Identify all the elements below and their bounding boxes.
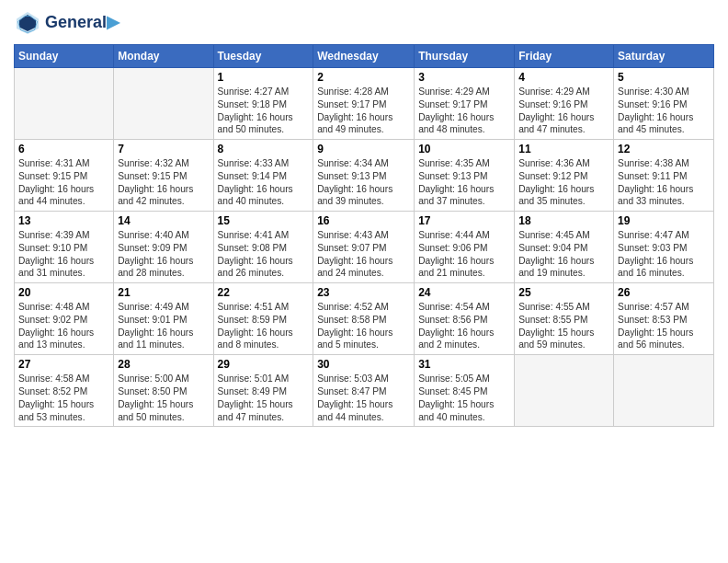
day-number: 12 — [618, 143, 710, 155]
day-cell: 16Sunrise: 4:43 AMSunset: 9:07 PMDayligh… — [313, 212, 415, 283]
day-cell: 19Sunrise: 4:47 AMSunset: 9:03 PMDayligh… — [614, 212, 714, 283]
day-number: 14 — [118, 214, 209, 227]
col-header-monday: Monday — [114, 45, 213, 68]
day-cell: 11Sunrise: 4:36 AMSunset: 9:12 PMDayligh… — [515, 140, 614, 212]
day-cell: 9Sunrise: 4:34 AMSunset: 9:13 PMDaylight… — [313, 140, 415, 212]
day-number: 29 — [218, 358, 310, 371]
day-number: 3 — [418, 71, 510, 84]
day-cell: 20Sunrise: 4:48 AMSunset: 9:02 PMDayligh… — [15, 283, 114, 355]
day-number: 31 — [418, 358, 510, 371]
day-cell: 25Sunrise: 4:55 AMSunset: 8:55 PMDayligh… — [515, 283, 614, 355]
day-cell: 10Sunrise: 4:35 AMSunset: 9:13 PMDayligh… — [415, 140, 515, 212]
logo-line1: General▶ — [45, 13, 119, 33]
day-cell: 14Sunrise: 4:40 AMSunset: 9:09 PMDayligh… — [114, 212, 213, 283]
day-detail: Sunrise: 4:55 AMSunset: 8:55 PMDaylight:… — [518, 301, 609, 351]
day-number: 23 — [317, 286, 410, 299]
week-row-3: 13Sunrise: 4:39 AMSunset: 9:10 PMDayligh… — [15, 212, 714, 283]
day-number: 6 — [18, 143, 109, 155]
day-cell — [15, 68, 114, 140]
day-number: 26 — [618, 286, 710, 299]
day-detail: Sunrise: 4:41 AMSunset: 9:08 PMDaylight:… — [218, 229, 310, 280]
day-cell: 23Sunrise: 4:52 AMSunset: 8:58 PMDayligh… — [313, 283, 415, 355]
day-cell: 21Sunrise: 4:49 AMSunset: 9:01 PMDayligh… — [114, 283, 213, 355]
day-number: 20 — [18, 286, 109, 299]
day-number: 24 — [418, 286, 510, 299]
calendar-header-row: SundayMondayTuesdayWednesdayThursdayFrid… — [15, 45, 714, 68]
day-detail: Sunrise: 4:49 AMSunset: 9:01 PMDaylight:… — [118, 301, 209, 351]
col-header-friday: Friday — [515, 45, 614, 68]
day-detail: Sunrise: 4:36 AMSunset: 9:12 PMDaylight:… — [518, 157, 609, 208]
day-detail: Sunrise: 5:01 AMSunset: 8:49 PMDaylight:… — [218, 373, 310, 423]
day-number: 22 — [218, 286, 310, 299]
day-number: 4 — [518, 71, 609, 84]
day-cell: 6Sunrise: 4:31 AMSunset: 9:15 PMDaylight… — [15, 140, 114, 212]
day-cell: 18Sunrise: 4:45 AMSunset: 9:04 PMDayligh… — [515, 212, 614, 283]
week-row-1: 1Sunrise: 4:27 AMSunset: 9:18 PMDaylight… — [15, 68, 714, 140]
day-number: 30 — [317, 358, 410, 371]
day-cell: 5Sunrise: 4:30 AMSunset: 9:16 PMDaylight… — [614, 68, 714, 140]
day-detail: Sunrise: 4:52 AMSunset: 8:58 PMDaylight:… — [317, 301, 410, 351]
day-number: 7 — [118, 143, 209, 155]
col-header-sunday: Sunday — [15, 45, 114, 68]
day-detail: Sunrise: 4:27 AMSunset: 9:18 PMDaylight:… — [218, 86, 310, 136]
day-cell: 17Sunrise: 4:44 AMSunset: 9:06 PMDayligh… — [415, 212, 515, 283]
day-number: 19 — [618, 214, 710, 227]
logo-text-block: General▶ — [45, 13, 119, 33]
day-cell — [515, 355, 614, 427]
day-number: 27 — [18, 358, 109, 371]
day-number: 18 — [518, 214, 609, 227]
day-number: 17 — [418, 214, 510, 227]
col-header-tuesday: Tuesday — [213, 45, 313, 68]
day-cell: 2Sunrise: 4:28 AMSunset: 9:17 PMDaylight… — [313, 68, 415, 140]
day-detail: Sunrise: 5:03 AMSunset: 8:47 PMDaylight:… — [317, 373, 410, 423]
col-header-thursday: Thursday — [415, 45, 515, 68]
page: General▶ SundayMondayTuesdayWednesdayThu… — [0, 0, 728, 563]
day-detail: Sunrise: 4:40 AMSunset: 9:09 PMDaylight:… — [118, 229, 209, 280]
day-detail: Sunrise: 4:29 AMSunset: 9:17 PMDaylight:… — [418, 86, 510, 136]
day-cell: 27Sunrise: 4:58 AMSunset: 8:52 PMDayligh… — [15, 355, 114, 427]
day-detail: Sunrise: 4:30 AMSunset: 9:16 PMDaylight:… — [618, 86, 710, 136]
day-number: 1 — [218, 71, 310, 84]
day-detail: Sunrise: 4:58 AMSunset: 8:52 PMDaylight:… — [18, 373, 109, 423]
day-detail: Sunrise: 4:47 AMSunset: 9:03 PMDaylight:… — [618, 229, 710, 280]
day-cell: 26Sunrise: 4:57 AMSunset: 8:53 PMDayligh… — [614, 283, 714, 355]
logo: General▶ — [14, 9, 119, 37]
day-cell — [614, 355, 714, 427]
day-number: 13 — [18, 214, 109, 227]
day-number: 10 — [418, 143, 510, 155]
day-cell: 8Sunrise: 4:33 AMSunset: 9:14 PMDaylight… — [213, 140, 313, 212]
day-detail: Sunrise: 4:44 AMSunset: 9:06 PMDaylight:… — [418, 229, 510, 280]
day-cell: 24Sunrise: 4:54 AMSunset: 8:56 PMDayligh… — [415, 283, 515, 355]
day-detail: Sunrise: 4:48 AMSunset: 9:02 PMDaylight:… — [18, 301, 109, 351]
day-cell: 28Sunrise: 5:00 AMSunset: 8:50 PMDayligh… — [114, 355, 213, 427]
calendar-table: SundayMondayTuesdayWednesdayThursdayFrid… — [14, 44, 714, 427]
day-number: 25 — [518, 286, 609, 299]
day-detail: Sunrise: 4:31 AMSunset: 9:15 PMDaylight:… — [18, 157, 109, 208]
day-detail: Sunrise: 4:35 AMSunset: 9:13 PMDaylight:… — [418, 157, 510, 208]
day-detail: Sunrise: 4:51 AMSunset: 8:59 PMDaylight:… — [218, 301, 310, 351]
day-detail: Sunrise: 4:29 AMSunset: 9:16 PMDaylight:… — [518, 86, 609, 136]
day-detail: Sunrise: 4:43 AMSunset: 9:07 PMDaylight:… — [317, 229, 410, 280]
day-cell: 12Sunrise: 4:38 AMSunset: 9:11 PMDayligh… — [614, 140, 714, 212]
week-row-4: 20Sunrise: 4:48 AMSunset: 9:02 PMDayligh… — [15, 283, 714, 355]
day-cell: 3Sunrise: 4:29 AMSunset: 9:17 PMDaylight… — [415, 68, 515, 140]
day-detail: Sunrise: 4:57 AMSunset: 8:53 PMDaylight:… — [618, 301, 710, 351]
day-number: 8 — [218, 143, 310, 155]
day-number: 28 — [118, 358, 209, 371]
day-detail: Sunrise: 4:39 AMSunset: 9:10 PMDaylight:… — [18, 229, 109, 280]
day-detail: Sunrise: 5:05 AMSunset: 8:45 PMDaylight:… — [418, 373, 510, 423]
day-cell: 31Sunrise: 5:05 AMSunset: 8:45 PMDayligh… — [415, 355, 515, 427]
day-number: 2 — [317, 71, 410, 84]
day-detail: Sunrise: 4:28 AMSunset: 9:17 PMDaylight:… — [317, 86, 410, 136]
logo-icon — [14, 9, 41, 37]
day-number: 16 — [317, 214, 410, 227]
col-header-wednesday: Wednesday — [313, 45, 415, 68]
day-cell — [114, 68, 213, 140]
day-cell: 4Sunrise: 4:29 AMSunset: 9:16 PMDaylight… — [515, 68, 614, 140]
day-detail: Sunrise: 4:45 AMSunset: 9:04 PMDaylight:… — [518, 229, 609, 280]
day-cell: 30Sunrise: 5:03 AMSunset: 8:47 PMDayligh… — [313, 355, 415, 427]
day-cell: 7Sunrise: 4:32 AMSunset: 9:15 PMDaylight… — [114, 140, 213, 212]
day-detail: Sunrise: 4:34 AMSunset: 9:13 PMDaylight:… — [317, 157, 410, 208]
day-cell: 13Sunrise: 4:39 AMSunset: 9:10 PMDayligh… — [15, 212, 114, 283]
day-number: 15 — [218, 214, 310, 227]
